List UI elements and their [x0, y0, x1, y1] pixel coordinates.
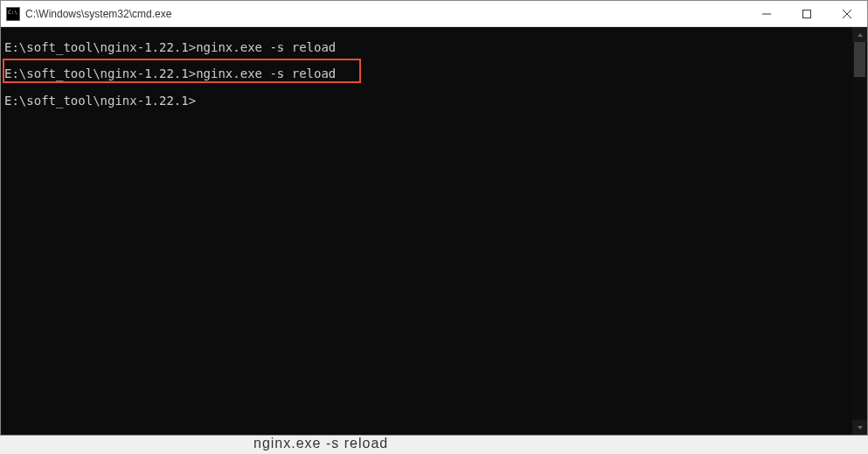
terminal-area[interactable]: E:\soft_tool\nginx-1.22.1>nginx.exe -s r… — [1, 27, 852, 435]
maximize-button[interactable] — [787, 1, 827, 26]
minimize-button[interactable] — [746, 1, 787, 26]
window-controls — [746, 1, 867, 26]
scroll-down-arrow-icon[interactable] — [852, 420, 867, 435]
prompt: E:\soft_tool\nginx-1.22.1> — [4, 40, 196, 54]
scroll-up-arrow-icon[interactable] — [852, 27, 867, 42]
close-icon — [843, 10, 851, 18]
cmd-icon — [6, 7, 20, 21]
cmd-window: C:\Windows\system32\cmd.exe E:\soft_tool… — [0, 0, 868, 436]
vertical-scrollbar[interactable] — [852, 27, 867, 435]
close-button[interactable] — [827, 1, 867, 26]
scroll-track[interactable] — [852, 42, 867, 420]
svg-marker-4 — [858, 33, 863, 37]
command: nginx.exe -s reload — [196, 40, 336, 54]
command: nginx.exe -s reload — [196, 66, 336, 80]
terminal-line: E:\soft_tool\nginx-1.22.1> — [4, 87, 852, 114]
svg-rect-1 — [803, 10, 811, 17]
scroll-thumb[interactable] — [854, 42, 865, 77]
minimize-icon — [762, 10, 771, 18]
svg-marker-5 — [858, 426, 863, 430]
prompt: E:\soft_tool\nginx-1.22.1> — [4, 66, 196, 80]
terminal-line: E:\soft_tool\nginx-1.22.1>nginx.exe -s r… — [4, 34, 852, 60]
cropped-text-below: nginx.exe -s reload — [253, 436, 388, 451]
maximize-icon — [802, 10, 811, 18]
terminal-wrapper: E:\soft_tool\nginx-1.22.1>nginx.exe -s r… — [1, 27, 867, 435]
window-title: C:\Windows\system32\cmd.exe — [25, 8, 746, 20]
terminal-line: E:\soft_tool\nginx-1.22.1>nginx.exe -s r… — [4, 60, 852, 87]
prompt: E:\soft_tool\nginx-1.22.1> — [4, 94, 196, 108]
titlebar[interactable]: C:\Windows\system32\cmd.exe — [1, 1, 867, 27]
